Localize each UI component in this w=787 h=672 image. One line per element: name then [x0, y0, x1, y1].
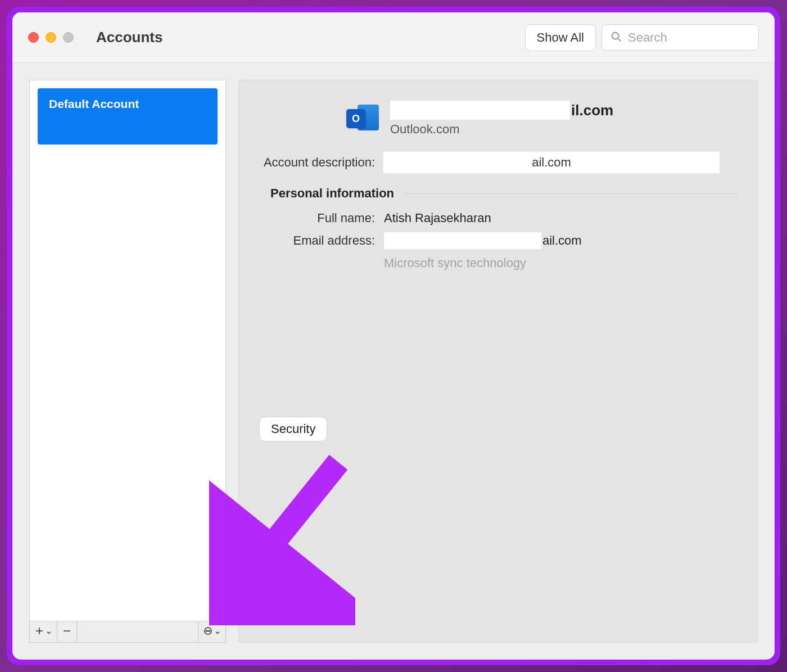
more-options-button[interactable] — [198, 621, 225, 642]
full-name-value: Atish Rajasekharan — [383, 211, 491, 225]
svg-point-7 — [207, 630, 209, 632]
account-description-input[interactable] — [383, 151, 720, 174]
account-description-label: Account description: — [259, 155, 383, 170]
window-title: Accounts — [96, 29, 525, 46]
email-address-label: Email address: — [259, 233, 383, 248]
sync-technology-note: Microsoft sync technology — [384, 256, 737, 270]
close-window-button[interactable] — [28, 32, 39, 43]
outlook-icon: O — [346, 102, 379, 135]
minimize-window-button[interactable] — [46, 32, 56, 43]
account-item-label: Default Account — [49, 97, 206, 111]
search-input[interactable] — [628, 30, 750, 45]
account-list: Default Account — [29, 80, 226, 621]
account-email-suffix: il.com — [571, 102, 613, 119]
search-icon — [610, 30, 622, 45]
accounts-sidebar: Default Account — [29, 80, 226, 643]
account-list-item[interactable]: Default Account — [38, 88, 218, 145]
plus-icon — [34, 625, 44, 639]
email-address-value: ail.com — [383, 232, 582, 249]
remove-account-button[interactable] — [57, 621, 77, 642]
svg-point-6 — [206, 630, 207, 632]
account-detail-panel: O il.com Outlook.com Account description… — [238, 80, 758, 643]
full-name-label: Full name: — [259, 211, 383, 225]
email-address-suffix: ail.com — [542, 233, 582, 248]
redacted-region — [390, 101, 570, 120]
sidebar-toolbar-spacer — [77, 621, 198, 642]
svg-point-8 — [209, 630, 210, 632]
ellipsis-icon — [203, 625, 213, 639]
redacted-region — [384, 232, 541, 249]
account-email-heading: il.com — [390, 101, 613, 120]
sidebar-toolbar — [29, 621, 226, 643]
titlebar: Accounts Show All — [12, 12, 775, 63]
svg-line-1 — [618, 38, 621, 41]
svg-point-0 — [612, 32, 619, 39]
show-all-button[interactable]: Show All — [525, 24, 596, 51]
add-account-button[interactable] — [30, 621, 57, 642]
account-type-label: Outlook.com — [390, 122, 613, 137]
accounts-window: Accounts Show All Default Account — [12, 12, 775, 660]
traffic-lights — [28, 32, 74, 43]
search-field[interactable] — [601, 24, 759, 51]
account-header: O il.com Outlook.com — [346, 101, 737, 137]
personal-info-section-title: Personal information — [270, 186, 394, 201]
minus-icon — [62, 625, 72, 639]
chevron-down-icon — [214, 625, 221, 639]
chevron-down-icon — [46, 625, 52, 639]
divider — [404, 193, 737, 194]
security-button[interactable]: Security — [259, 417, 327, 441]
zoom-window-button[interactable] — [63, 32, 74, 43]
